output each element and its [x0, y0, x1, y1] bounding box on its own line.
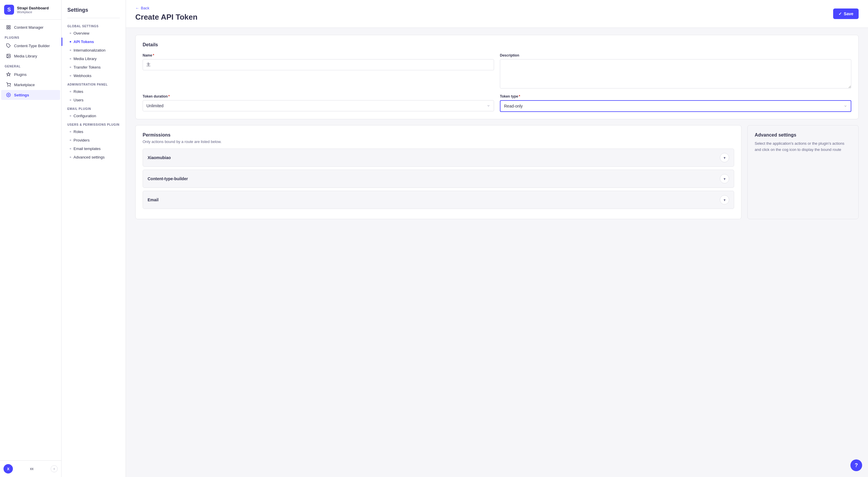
sidebar-item-label: Marketplace — [14, 83, 35, 87]
name-required: * — [153, 53, 154, 57]
token-type-label: Token type* — [500, 94, 851, 98]
permission-item-content-type-builder[interactable]: Content-type-builder ▾ — [143, 170, 734, 188]
permissions-subtitle: Only actions bound by a route are listed… — [143, 140, 734, 144]
grid-icon — [6, 25, 11, 30]
section-email-plugin: EMAIL PLUGIN — [62, 104, 126, 112]
nav-api-tokens[interactable]: API Tokens — [62, 37, 126, 46]
sidebar: S Strapi Dashboard Workplace Content Man… — [0, 0, 62, 477]
nav-internationalization[interactable]: Internationalization — [62, 46, 126, 55]
description-field-group: Description — [500, 53, 851, 88]
page-title: Create API Token — [135, 12, 197, 22]
permission-item-email[interactable]: Email ▾ — [143, 191, 734, 209]
nav-advanced-settings[interactable]: Advanced settings — [62, 153, 126, 161]
sidebar-footer: X xx ‹ — [0, 460, 61, 477]
check-icon: ✓ — [838, 11, 842, 16]
nav-overview[interactable]: Overview — [62, 29, 126, 37]
avatar: X — [3, 464, 13, 474]
token-type-required: * — [519, 94, 520, 98]
app-subtitle: Workplace — [17, 10, 49, 14]
name-input[interactable] — [143, 59, 494, 70]
token-duration-label: Token duration* — [143, 94, 494, 98]
advanced-settings-title: Advanced settings — [755, 132, 851, 138]
nav-media-library[interactable]: Media Library — [62, 55, 126, 63]
collapse-button[interactable]: ‹ — [51, 465, 58, 472]
sidebar-section-plugins: PLUGINS — [0, 32, 61, 40]
svg-rect-2 — [7, 28, 8, 29]
svg-rect-1 — [9, 26, 10, 27]
sidebar-item-label: Content-Type Builder — [14, 44, 50, 48]
help-icon: ? — [855, 463, 858, 469]
svg-rect-0 — [7, 26, 8, 27]
description-label: Description — [500, 53, 851, 57]
save-button[interactable]: ✓ Save — [833, 8, 859, 19]
main-header: ← Back Create API Token ✓ Save — [126, 0, 868, 28]
token-duration-required: * — [168, 94, 170, 98]
sidebar-item-content-type-builder[interactable]: Content-Type Builder — [1, 41, 60, 51]
name-field-group: Name* — [143, 53, 494, 88]
token-duration-group: Token duration* Unlimited 7 days 30 days… — [143, 94, 494, 112]
advanced-settings-description: Select the application's actions or the … — [755, 141, 851, 153]
sidebar-item-label: Media Library — [14, 54, 37, 58]
description-textarea[interactable] — [500, 59, 851, 88]
middle-nav-divider — [67, 18, 120, 18]
section-users-permissions: USERS & PERMISSIONS PLUGIN — [62, 120, 126, 127]
svg-point-6 — [8, 55, 8, 56]
permissions-card: Permissions Only actions bound by a rout… — [135, 125, 742, 219]
nav-up-roles[interactable]: Roles — [62, 127, 126, 136]
nav-providers[interactable]: Providers — [62, 136, 126, 144]
name-label: Name* — [143, 53, 494, 57]
back-label: Back — [141, 6, 149, 10]
details-title: Details — [143, 42, 851, 48]
svg-point-9 — [8, 94, 9, 95]
sidebar-item-label: Content Manager — [14, 25, 43, 30]
svg-rect-3 — [9, 28, 10, 29]
puzzle-icon — [6, 43, 11, 48]
permissions-title: Permissions — [143, 132, 734, 138]
section-administration-panel: ADMINISTRATION PANEL — [62, 80, 126, 87]
token-duration-select[interactable]: Unlimited 7 days 30 days 90 days — [143, 100, 494, 111]
section-global-settings: GLOBAL SETTINGS — [62, 22, 126, 29]
footer-username: xx — [30, 467, 34, 471]
nav-transfer-tokens[interactable]: Transfer Tokens — [62, 63, 126, 71]
sidebar-item-marketplace[interactable]: Marketplace — [1, 80, 60, 90]
sidebar-section-general: GENERAL — [0, 61, 61, 69]
puzzle2-icon — [6, 72, 11, 77]
nav-users[interactable]: Users — [62, 96, 126, 104]
nav-webhooks[interactable]: Webhooks — [62, 71, 126, 80]
gear-icon — [6, 92, 11, 97]
cart-icon — [6, 82, 11, 87]
token-type-select[interactable]: Read-only Full access Custom — [500, 100, 851, 112]
advanced-settings-card: Advanced settings Select the application… — [747, 125, 859, 219]
image-icon — [6, 53, 11, 59]
permission-name: Content-type-builder — [148, 176, 188, 181]
chevron-down-icon[interactable]: ▾ — [720, 174, 729, 183]
back-link[interactable]: ← Back — [135, 6, 197, 10]
sidebar-header: S Strapi Dashboard Workplace — [0, 0, 61, 20]
chevron-down-icon[interactable]: ▾ — [720, 195, 729, 205]
sidebar-nav: Content Manager PLUGINS Content-Type Bui… — [0, 20, 61, 460]
help-button[interactable]: ? — [850, 459, 862, 471]
details-card: Details Name* Description Token duration… — [135, 35, 859, 119]
details-form-row-2: Token duration* Unlimited 7 days 30 days… — [143, 94, 851, 112]
nav-roles[interactable]: Roles — [62, 87, 126, 96]
middle-nav: Settings GLOBAL SETTINGS Overview API To… — [62, 0, 126, 477]
sidebar-item-content-manager[interactable]: Content Manager — [1, 22, 60, 32]
app-logo: S — [4, 5, 14, 14]
token-type-group: Token type* Read-only Full access Custom — [500, 94, 851, 112]
back-arrow-icon: ← — [135, 6, 139, 10]
sidebar-item-label: Settings — [14, 93, 29, 97]
middle-nav-title: Settings — [62, 0, 126, 18]
sidebar-item-settings[interactable]: Settings — [1, 90, 60, 100]
nav-email-templates[interactable]: Email templates — [62, 144, 126, 153]
permission-item-xiaomubiao[interactable]: Xiaomubiao ▾ — [143, 149, 734, 167]
permissions-layout: Permissions Only actions bound by a rout… — [135, 125, 859, 219]
nav-configuration[interactable]: Configuration — [62, 112, 126, 120]
sidebar-item-plugins[interactable]: Plugins — [1, 69, 60, 80]
details-form-row-1: Name* Description — [143, 53, 851, 88]
sidebar-item-media-library[interactable]: Media Library — [1, 51, 60, 61]
main-body: Details Name* Description Token duration… — [126, 28, 868, 477]
save-label: Save — [844, 11, 854, 16]
sidebar-item-label: Plugins — [14, 72, 27, 77]
chevron-down-icon[interactable]: ▾ — [720, 153, 729, 162]
main-content: ← Back Create API Token ✓ Save Details N… — [126, 0, 868, 477]
